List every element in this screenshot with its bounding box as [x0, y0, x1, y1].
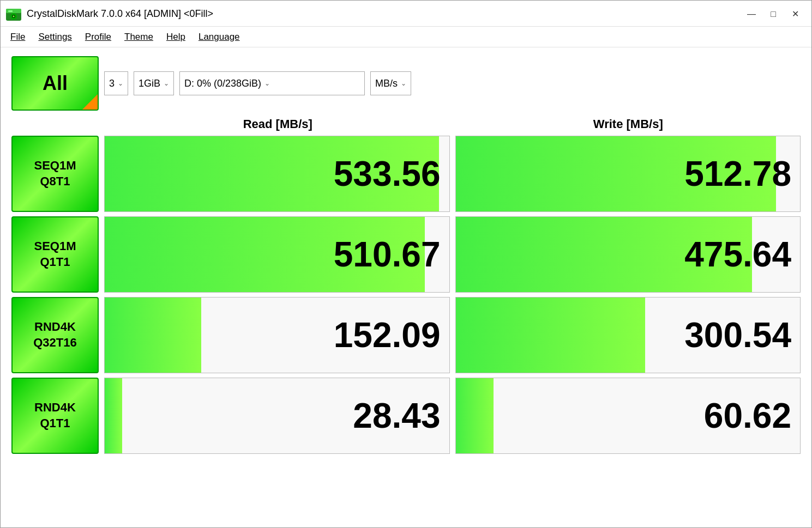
- read-cell-2: 152.09: [104, 297, 450, 373]
- read-cell-0: 533.56: [104, 136, 450, 212]
- unit-dropdown[interactable]: MB/s ⌄: [370, 71, 411, 95]
- read-header: Read [MB/s]: [105, 117, 450, 131]
- menu-file[interactable]: File: [5, 29, 31, 45]
- svg-rect-2: [8, 10, 13, 12]
- row-label-2: RND4K Q32T16: [11, 297, 99, 373]
- drive-dropdown[interactable]: D: 0% (0/238GiB) ⌄: [179, 71, 365, 95]
- main-content: All 3 ⌄ 1GiB ⌄ D: 0% (0/238GiB) ⌄ MB/s ⌄…: [1, 47, 811, 527]
- column-headers: Read [MB/s] Write [MB/s]: [105, 117, 801, 131]
- write-header: Write [MB/s]: [456, 117, 801, 131]
- table-row: SEQ1M Q8T1 533.56 512.78: [11, 136, 801, 212]
- all-button[interactable]: All: [11, 56, 99, 111]
- read-value-1: 510.67: [334, 234, 441, 275]
- read-cell-3: 28.43: [104, 378, 450, 454]
- row-label-0: SEQ1M Q8T1: [11, 136, 99, 212]
- app-window: CrystalDiskMark 7.0.0 x64 [ADMIN] <0Fill…: [0, 0, 812, 528]
- menu-profile[interactable]: Profile: [80, 29, 117, 45]
- write-bar-2: [456, 298, 645, 373]
- title-bar-left: CrystalDiskMark 7.0.0 x64 [ADMIN] <0Fill…: [5, 5, 213, 23]
- data-rows: SEQ1M Q8T1 533.56 512.78 SEQ1M Q1T1 510.…: [11, 136, 801, 454]
- menu-bar: File Settings Profile Theme Help Languag…: [1, 27, 811, 47]
- write-cell-3: 60.62: [455, 378, 801, 454]
- write-value-1: 475.64: [684, 234, 791, 275]
- controls-row: All 3 ⌄ 1GiB ⌄ D: 0% (0/238GiB) ⌄ MB/s ⌄: [11, 56, 801, 111]
- title-bar-controls: — □ ✕: [742, 7, 805, 22]
- menu-help[interactable]: Help: [161, 29, 191, 45]
- table-row: RND4K Q1T1 28.43 60.62: [11, 378, 801, 454]
- write-cell-1: 475.64: [455, 216, 801, 293]
- minimize-button[interactable]: —: [742, 7, 761, 22]
- maximize-button[interactable]: □: [763, 7, 783, 22]
- menu-settings[interactable]: Settings: [33, 29, 77, 45]
- table-row: RND4K Q32T16 152.09 300.54: [11, 297, 801, 373]
- loops-dropdown[interactable]: 3 ⌄: [104, 71, 128, 95]
- read-value-0: 533.56: [334, 154, 441, 194]
- write-cell-2: 300.54: [455, 297, 801, 373]
- menu-theme[interactable]: Theme: [119, 29, 159, 45]
- read-bar-2: [105, 298, 201, 373]
- size-dropdown[interactable]: 1GiB ⌄: [134, 71, 174, 95]
- title-bar: CrystalDiskMark 7.0.0 x64 [ADMIN] <0Fill…: [1, 1, 811, 27]
- close-button[interactable]: ✕: [785, 7, 805, 22]
- row-label-3: RND4K Q1T1: [11, 378, 99, 454]
- write-value-3: 60.62: [704, 396, 791, 436]
- app-icon: [5, 5, 22, 23]
- write-bar-3: [456, 378, 494, 453]
- write-value-2: 300.54: [684, 315, 791, 355]
- row-label-1: SEQ1M Q1T1: [11, 216, 99, 293]
- read-value-2: 152.09: [334, 315, 441, 355]
- read-bar-3: [105, 378, 122, 453]
- window-title: CrystalDiskMark 7.0.0 x64 [ADMIN] <0Fill…: [27, 8, 213, 20]
- write-value-0: 512.78: [684, 154, 791, 194]
- table-row: SEQ1M Q1T1 510.67 475.64: [11, 216, 801, 293]
- menu-language[interactable]: Language: [193, 29, 245, 45]
- svg-point-5: [13, 15, 15, 17]
- read-value-3: 28.43: [353, 396, 440, 436]
- write-cell-0: 512.78: [455, 136, 801, 212]
- read-cell-1: 510.67: [104, 216, 450, 293]
